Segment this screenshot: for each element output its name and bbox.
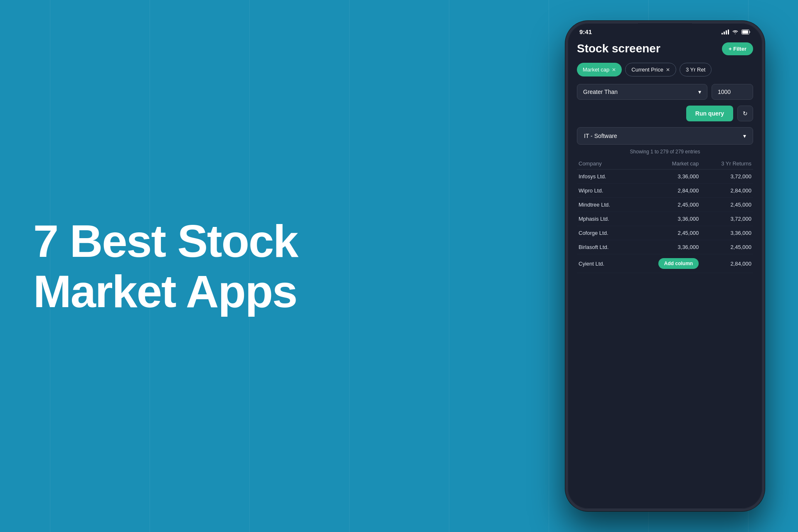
bg-line-6 — [549, 0, 549, 532]
table-row: Cyient Ltd.Add column2,84,000 — [577, 254, 753, 273]
title-line-1: 7 Best Stock — [33, 215, 298, 266]
bg-line-5 — [449, 0, 449, 532]
chip-market-cap-label: Market cap — [583, 66, 609, 73]
col-company: Company — [577, 158, 632, 170]
add-column-button[interactable]: Add column — [658, 258, 699, 269]
table-row: Infosys Ltd.3,36,0003,72,000 — [577, 170, 753, 184]
condition-select[interactable]: Greater Than ▾ — [577, 84, 707, 100]
cell-market-cap: 2,45,000 — [632, 226, 700, 240]
bg-line-4 — [349, 0, 350, 532]
cell-returns: 2,45,000 — [700, 240, 753, 254]
phone-frame: 9:41 — [565, 21, 765, 511]
sector-chevron-down-icon: ▾ — [743, 133, 746, 139]
chip-current-price[interactable]: Current Price ✕ — [625, 63, 676, 76]
cell-market-cap: 3,36,000 — [632, 240, 700, 254]
table-row: Coforge Ltd.2,45,0003,36,000 — [577, 226, 753, 240]
cell-returns: 2,84,000 — [700, 184, 753, 198]
cell-company: Wipro Ltd. — [577, 184, 632, 198]
filter-button[interactable]: + Filter — [722, 42, 753, 55]
condition-label: Greater Than — [583, 89, 618, 95]
chevron-down-icon: ▾ — [698, 89, 701, 95]
cell-returns: 2,84,000 — [700, 254, 753, 273]
data-table: Company Market cap 3 Yr Returns Infosys … — [577, 158, 753, 273]
chip-3yr-ret[interactable]: 3 Yr Ret — [680, 63, 712, 76]
status-icons — [722, 30, 751, 34]
cell-market-cap: 3,36,000 — [632, 170, 700, 184]
app-title: Stock screener — [577, 42, 660, 55]
cell-market-cap: 3,36,000 — [632, 212, 700, 226]
sector-label: IT - Software — [584, 133, 617, 139]
chip-3yr-ret-label: 3 Yr Ret — [686, 66, 705, 73]
cell-company: Mindtree Ltd. — [577, 198, 632, 212]
table-info: Showing 1 to 279 of 279 entries — [577, 149, 753, 155]
cell-market-cap: 2,84,000 — [632, 184, 700, 198]
chip-current-price-label: Current Price — [631, 66, 663, 73]
status-time: 9:41 — [579, 28, 592, 35]
run-query-button[interactable]: Run query — [686, 106, 733, 121]
signal-icon — [722, 30, 729, 34]
wifi-icon — [732, 30, 739, 34]
app-content: Stock screener + Filter Market cap ✕ Cur… — [568, 38, 762, 277]
table-header-row: Company Market cap 3 Yr Returns — [577, 158, 753, 170]
phone-container: 9:41 — [565, 21, 765, 511]
chip-current-price-close[interactable]: ✕ — [666, 67, 670, 73]
filter-row: Greater Than ▾ 1000 — [577, 84, 753, 100]
title-line-2: Market Apps — [33, 266, 297, 317]
run-query-row: Run query ↻ — [577, 106, 753, 121]
refresh-button[interactable]: ↻ — [737, 106, 753, 121]
table-row: Mindtree Ltd.2,45,0002,45,000 — [577, 198, 753, 212]
battery-icon — [741, 30, 751, 34]
col-3yr-returns: 3 Yr Returns — [700, 158, 753, 170]
cell-company: Coforge Ltd. — [577, 226, 632, 240]
sector-select[interactable]: IT - Software ▾ — [577, 127, 753, 145]
cell-returns: 3,36,000 — [700, 226, 753, 240]
left-text-section: 7 Best Stock Market Apps — [33, 216, 324, 316]
cell-company: Mphasis Ltd. — [577, 212, 632, 226]
chip-market-cap-close[interactable]: ✕ — [612, 67, 616, 73]
cell-market-cap: Add column — [632, 254, 700, 273]
cell-returns: 2,45,000 — [700, 198, 753, 212]
cell-company: Birlasoft Ltd. — [577, 240, 632, 254]
cell-company: Infosys Ltd. — [577, 170, 632, 184]
table-row: Birlasoft Ltd.3,36,0002,45,000 — [577, 240, 753, 254]
cell-market-cap: 2,45,000 — [632, 198, 700, 212]
chip-market-cap[interactable]: Market cap ✕ — [577, 63, 622, 76]
filter-chips: Market cap ✕ Current Price ✕ 3 Yr Ret — [577, 63, 753, 76]
table-row: Mphasis Ltd.3,36,0003,72,000 — [577, 212, 753, 226]
phone-notch — [638, 23, 692, 35]
filter-value-input[interactable]: 1000 — [712, 84, 753, 100]
main-title: 7 Best Stock Market Apps — [33, 216, 324, 316]
table-body: Infosys Ltd.3,36,0003,72,000Wipro Ltd.2,… — [577, 170, 753, 273]
col-market-cap: Market cap — [632, 158, 700, 170]
svg-rect-1 — [742, 30, 748, 34]
cell-company: Cyient Ltd. — [577, 254, 632, 273]
refresh-icon: ↻ — [743, 110, 748, 117]
table-row: Wipro Ltd.2,84,0002,84,000 — [577, 184, 753, 198]
cell-returns: 3,72,000 — [700, 170, 753, 184]
app-header: Stock screener + Filter — [577, 42, 753, 55]
cell-returns: 3,72,000 — [700, 212, 753, 226]
